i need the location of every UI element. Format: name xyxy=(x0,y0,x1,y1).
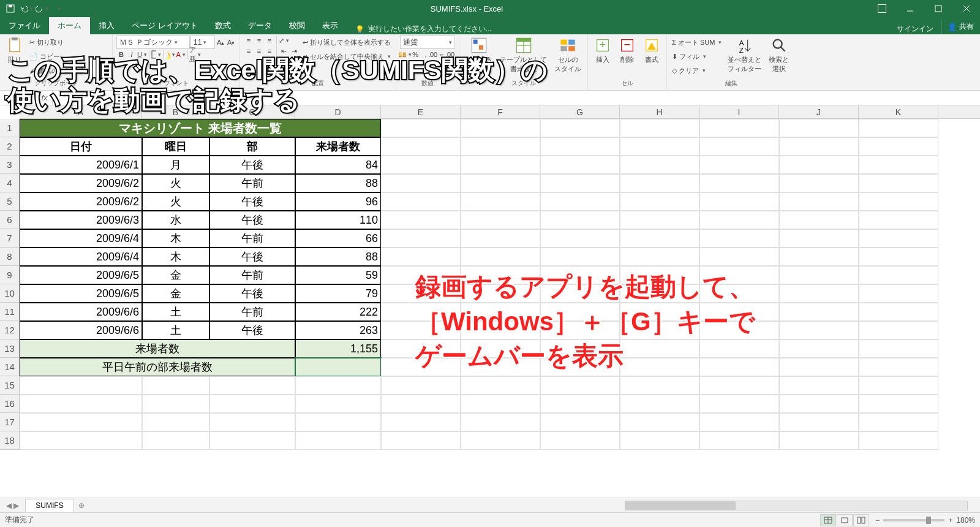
normal-view-icon[interactable] xyxy=(820,514,836,526)
autosum-button[interactable]: Σオート SUM▾ xyxy=(671,36,723,49)
cell-part[interactable]: 午後 xyxy=(209,211,295,229)
minimize-button[interactable] xyxy=(897,0,924,17)
row-4[interactable]: 4 xyxy=(0,174,20,192)
table-title[interactable]: マキシリゾート 来場者数一覧 xyxy=(20,119,381,137)
format-cells-button[interactable]: 書式 xyxy=(641,36,663,66)
cell-part[interactable]: 午後 xyxy=(209,156,295,174)
hdr-dow[interactable]: 曜日 xyxy=(142,137,209,156)
row-16[interactable]: 16 xyxy=(0,395,20,413)
align-left-icon[interactable]: ≡ xyxy=(244,46,254,56)
page-break-view-icon[interactable] xyxy=(853,514,869,526)
row-1[interactable]: 1 xyxy=(0,119,20,137)
cell-date[interactable]: 2009/6/1 xyxy=(20,156,142,174)
cell-visitors[interactable]: 88 xyxy=(295,174,381,192)
weekday-am-label[interactable]: 平日午前の部来場者数 xyxy=(20,358,295,376)
undo-button[interactable]: ▾ xyxy=(20,2,33,15)
format-as-table-button[interactable]: テーブルとして書式設定 xyxy=(497,36,549,75)
cell-visitors[interactable]: 96 xyxy=(295,192,381,211)
cell-part[interactable]: 午前 xyxy=(209,266,295,284)
cell-visitors[interactable]: 110 xyxy=(295,211,381,229)
horizontal-scrollbar[interactable] xyxy=(89,501,980,510)
row-10[interactable]: 10 xyxy=(0,284,20,303)
bold-button[interactable]: B xyxy=(116,50,126,59)
row-15[interactable]: 15 xyxy=(0,376,20,395)
col-A[interactable]: A xyxy=(20,105,142,118)
cell-date[interactable]: 2009/6/5 xyxy=(20,266,142,284)
row-13[interactable]: 13 xyxy=(0,339,20,358)
phonetic-button[interactable]: ア亜▾ xyxy=(190,50,200,59)
hdr-visitors[interactable]: 来場者数 xyxy=(295,137,381,156)
cell-visitors[interactable]: 66 xyxy=(295,229,381,248)
fx-button[interactable]: fx xyxy=(37,91,53,105)
save-button[interactable] xyxy=(4,2,17,15)
fill-color-button[interactable]: ▾ xyxy=(165,50,175,59)
wrap-text-button[interactable]: ↩折り返して全体を表示する xyxy=(301,36,392,49)
sheet-tab[interactable]: SUMIFS xyxy=(25,499,74,512)
hdr-date[interactable]: 日付 xyxy=(20,137,142,156)
font-color-button[interactable]: A▾ xyxy=(176,50,186,59)
number-format-combo[interactable]: 通貨▾ xyxy=(400,36,455,49)
decrease-indent-icon[interactable]: ⇤ xyxy=(279,46,288,56)
total-label[interactable]: 来場者数 xyxy=(20,339,295,358)
row-8[interactable]: 8 xyxy=(0,248,20,266)
signin-button[interactable]: サインイン xyxy=(889,24,941,34)
cell-dow[interactable]: 金 xyxy=(142,284,209,303)
cell-dow[interactable]: 火 xyxy=(142,192,209,211)
cell-dow[interactable]: 火 xyxy=(142,174,209,192)
cell-date[interactable]: 2009/6/3 xyxy=(20,211,142,229)
hdr-part[interactable]: 部 xyxy=(209,137,295,156)
row-9[interactable]: 9 xyxy=(0,266,20,284)
align-bottom-icon[interactable]: ≡ xyxy=(265,36,274,45)
align-top-icon[interactable]: ≡ xyxy=(244,36,254,45)
percent-icon[interactable]: % xyxy=(410,50,420,59)
cell-part[interactable]: 午前 xyxy=(209,174,295,192)
row-2[interactable]: 2 xyxy=(0,137,20,156)
row-14[interactable]: 14 xyxy=(0,358,20,376)
align-right-icon[interactable]: ≡ xyxy=(265,46,274,56)
zoom-level[interactable]: 180% xyxy=(956,516,975,525)
cell-visitors[interactable]: 79 xyxy=(295,284,381,303)
col-F[interactable]: F xyxy=(461,105,540,118)
tab-pagelayout[interactable]: ページ レイアウト xyxy=(123,17,206,34)
total-value[interactable]: 1,155 xyxy=(295,339,381,358)
insert-cells-button[interactable]: +挿入 xyxy=(592,36,614,66)
cell-visitors[interactable]: 59 xyxy=(295,266,381,284)
align-middle-icon[interactable]: ≡ xyxy=(254,36,264,45)
maximize-button[interactable] xyxy=(925,0,952,17)
tab-insert[interactable]: 挿入 xyxy=(90,17,123,34)
decrease-decimal-icon[interactable]: ←.00 xyxy=(442,50,451,59)
font-name-combo[interactable]: ＭＳ Ｐゴシック▾ xyxy=(116,36,190,49)
formula-input[interactable] xyxy=(53,91,980,105)
row-11[interactable]: 11 xyxy=(0,303,20,321)
accounting-format-icon[interactable]: 💴▾ xyxy=(400,50,410,59)
find-select-button[interactable]: 検索と選択 xyxy=(766,36,791,75)
decrease-font-icon[interactable]: A▾ xyxy=(226,37,236,47)
sheet-nav[interactable]: ◀ ▶ xyxy=(0,501,25,510)
cell-part[interactable]: 午後 xyxy=(209,284,295,303)
cell-visitors[interactable]: 222 xyxy=(295,303,381,321)
cell-dow[interactable]: 土 xyxy=(142,321,209,339)
zoom-out-icon[interactable]: − xyxy=(875,516,880,525)
row-18[interactable]: 18 xyxy=(0,431,20,450)
cell-dow[interactable]: 金 xyxy=(142,266,209,284)
cell-visitors[interactable]: 88 xyxy=(295,248,381,266)
zoom-control[interactable]: − + 180% xyxy=(875,516,975,525)
share-button[interactable]: 👤 共有 xyxy=(941,19,980,34)
zoom-slider[interactable] xyxy=(883,519,944,521)
cell-part[interactable]: 午前 xyxy=(209,303,295,321)
zoom-in-icon[interactable]: + xyxy=(948,516,952,525)
col-G[interactable]: G xyxy=(540,105,620,118)
merge-center-button[interactable]: ⬌セルを結合して中央揃え▾ xyxy=(301,50,392,63)
align-center-icon[interactable]: ≡ xyxy=(254,46,264,56)
row-7[interactable]: 7 xyxy=(0,229,20,248)
cell-date[interactable]: 2009/6/6 xyxy=(20,321,142,339)
increase-font-icon[interactable]: A▴ xyxy=(216,37,225,47)
col-B[interactable]: B xyxy=(142,105,209,118)
delete-cells-button[interactable]: −削除 xyxy=(616,36,638,66)
cell-part[interactable]: 午後 xyxy=(209,192,295,211)
conditional-formatting-button[interactable]: 条件付き書式 xyxy=(463,36,495,75)
tellme-search[interactable]: 💡 実行したい作業を入力してください... xyxy=(347,24,492,34)
underline-button[interactable]: U▾ xyxy=(137,50,147,59)
page-layout-view-icon[interactable] xyxy=(837,514,853,526)
cell-dow[interactable]: 水 xyxy=(142,211,209,229)
